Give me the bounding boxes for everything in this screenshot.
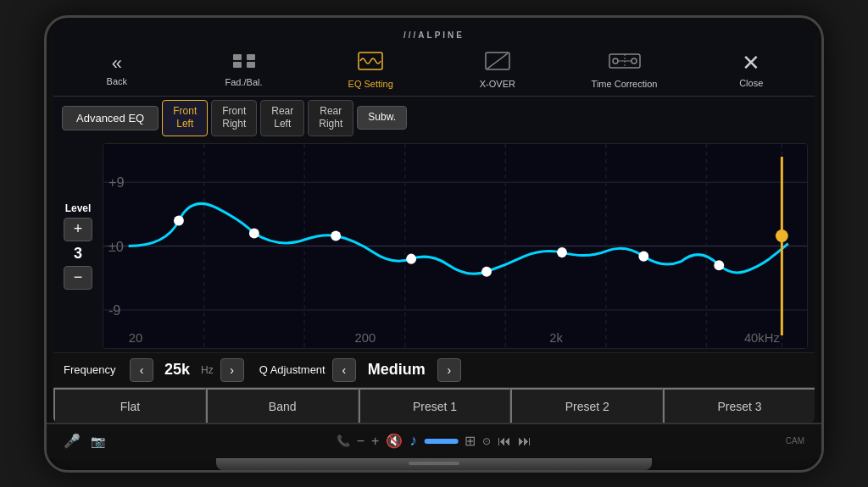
svg-point-34	[481, 266, 492, 276]
nav-close[interactable]: ✕ Close	[687, 47, 815, 92]
nav-back[interactable]: « Back	[53, 47, 181, 92]
time-correction-label: Time Correction	[592, 79, 658, 89]
svg-point-32	[331, 230, 341, 241]
preset-row: Flat Band Preset 1 Preset 2 Preset 3	[53, 387, 815, 423]
prev-track-icon[interactable]: ⏮	[498, 434, 511, 449]
q-right-button[interactable]: ›	[437, 358, 461, 382]
bottom-left-controls: 🎤 📷	[64, 433, 105, 449]
device-handle	[216, 458, 652, 470]
bottom-center-controls: 📞 − + 🔇 ♪ ⊞ ⊙ ⏮ ⏭	[337, 432, 532, 450]
svg-text:2k: 2k	[549, 329, 563, 344]
svg-text:+9: +9	[108, 174, 125, 190]
preset-flat-button[interactable]: Flat	[53, 388, 206, 423]
fad-bal-icon	[231, 51, 257, 75]
level-value: 3	[74, 245, 82, 263]
eq-graph[interactable]: +9 ±0 -9 20 200 2k 40kHz	[103, 143, 808, 349]
volume-up-icon[interactable]: +	[371, 434, 379, 449]
progress-bar	[424, 439, 458, 444]
speaker-tab-front-left[interactable]: FrontLeft	[162, 100, 208, 136]
speaker-tab-rear-left[interactable]: RearLeft	[260, 100, 304, 136]
time-correction-icon	[609, 50, 641, 77]
frequency-right-button[interactable]: ›	[220, 358, 244, 382]
brand-bar: ///ALPINE	[53, 23, 815, 43]
frequency-label: Frequency	[64, 363, 123, 376]
level-decrease-button[interactable]: −	[64, 266, 92, 290]
svg-point-33	[406, 253, 416, 263]
nav-eq-setting[interactable]: EQ Setting	[307, 47, 434, 92]
level-increase-button[interactable]: +	[64, 218, 92, 241]
svg-point-30	[174, 215, 184, 225]
volume-down-icon[interactable]: −	[357, 434, 364, 449]
speaker-tab-subwoofer[interactable]: Subw.	[357, 106, 407, 130]
freq-q-row: Frequency ‹ 25k Hz › Q Adjustment ‹ Medi…	[53, 352, 815, 387]
back-label: Back	[107, 76, 127, 86]
svg-point-37	[714, 260, 724, 270]
svg-rect-0	[233, 54, 242, 60]
microphone-icon[interactable]: 🎤	[64, 433, 81, 449]
grid-icon[interactable]: ⊞	[465, 433, 476, 449]
next-track-icon[interactable]: ⏭	[518, 434, 531, 449]
eq-setting-label: EQ Setting	[348, 79, 393, 89]
nav-bar: « Back Fad./Bal.	[53, 43, 815, 97]
screen: ///ALPINE « Back Fad./Bal.	[53, 23, 815, 423]
close-label: Close	[739, 78, 763, 88]
svg-rect-2	[233, 62, 242, 68]
svg-point-39	[776, 230, 788, 242]
nav-fad-bal[interactable]: Fad./Bal.	[181, 47, 308, 92]
preset-2-button[interactable]: Preset 2	[510, 388, 663, 423]
q-adjustment-value: Medium	[363, 361, 431, 379]
frequency-left-button[interactable]: ‹	[130, 358, 153, 382]
level-label: Level	[65, 202, 92, 214]
advanced-eq-button[interactable]: Advanced EQ	[62, 106, 159, 130]
back-icon: «	[112, 53, 122, 75]
camera-icon[interactable]: ⊙	[482, 435, 491, 447]
phone-icon[interactable]: 📷	[91, 434, 105, 448]
bottom-bar: 🎤 📷 📞 − + 🔇 ♪ ⊞ ⊙ ⏮ ⏭ CAM	[47, 423, 821, 458]
speaker-tab-front-right[interactable]: FrontRight	[211, 100, 257, 136]
svg-point-36	[638, 251, 648, 261]
frequency-unit: Hz	[201, 364, 214, 376]
music-note-icon[interactable]: ♪	[409, 432, 417, 450]
svg-rect-1	[247, 54, 255, 60]
bottom-right-controls: CAM	[786, 436, 804, 445]
svg-text:20: 20	[129, 329, 142, 344]
cam-label: CAM	[786, 436, 804, 445]
nav-time-correction[interactable]: Time Correction	[561, 47, 688, 92]
close-icon: ✕	[742, 50, 760, 76]
brand-logo: ///ALPINE	[403, 30, 465, 40]
svg-point-35	[557, 247, 567, 257]
eq-area: Level + 3 −	[53, 140, 815, 352]
svg-text:200: 200	[354, 329, 376, 344]
preset-band-button[interactable]: Band	[206, 388, 359, 423]
svg-rect-3	[247, 62, 255, 68]
phone-call-icon[interactable]: 📞	[337, 434, 350, 447]
xover-label: X-OVER	[480, 79, 515, 89]
fad-bal-label: Fad./Bal.	[225, 77, 262, 87]
preset-1-button[interactable]: Preset 1	[359, 388, 511, 423]
speaker-tab-rear-right[interactable]: RearRight	[308, 100, 353, 136]
preset-3-button[interactable]: Preset 3	[663, 388, 815, 423]
q-adjustment-label: Q Adjustment	[259, 363, 326, 376]
device-frame: ///ALPINE « Back Fad./Bal.	[44, 15, 824, 473]
q-left-button[interactable]: ‹	[332, 358, 356, 382]
speaker-tabs-row: Advanced EQ FrontLeft FrontRight RearLef…	[53, 97, 815, 140]
svg-point-8	[613, 58, 618, 64]
svg-point-31	[249, 228, 259, 238]
svg-text:40kHz: 40kHz	[744, 329, 780, 344]
level-control: Level + 3 −	[57, 143, 99, 349]
nav-xover[interactable]: X-OVER	[434, 47, 561, 92]
svg-line-6	[487, 53, 508, 69]
eq-setting-icon	[358, 50, 383, 77]
svg-text:±0: ±0	[108, 238, 124, 253]
xover-icon	[485, 50, 510, 77]
svg-text:-9: -9	[108, 302, 121, 318]
frequency-value: 25k	[160, 361, 194, 379]
svg-point-9	[632, 58, 637, 64]
mute-icon[interactable]: 🔇	[386, 433, 403, 449]
